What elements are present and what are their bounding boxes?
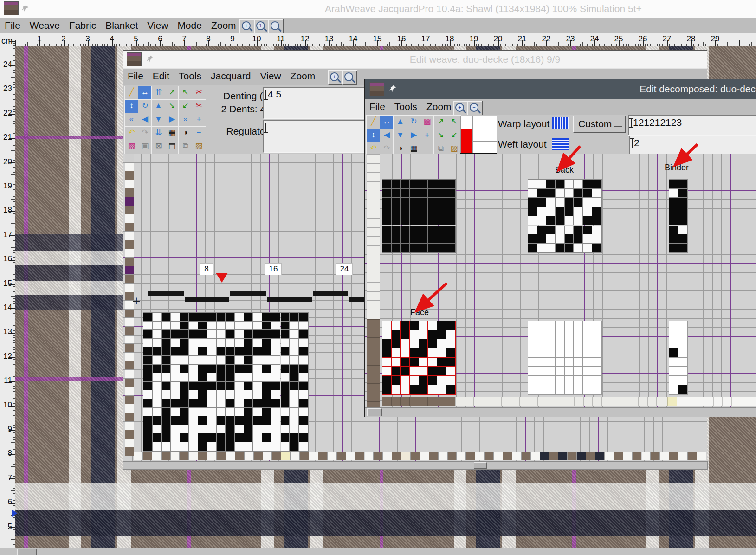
weave-cell[interactable] — [235, 382, 244, 391]
weave-cell[interactable] — [299, 365, 308, 374]
weave-cell[interactable] — [290, 373, 299, 382]
weave-horizontal-scrollbar[interactable] — [123, 461, 708, 470]
weave-cell[interactable] — [382, 358, 392, 367]
warp-color-cell[interactable] — [125, 422, 134, 431]
weave-cell[interactable] — [271, 382, 281, 391]
weave-cell[interactable] — [171, 408, 180, 417]
weave-cell[interactable] — [271, 390, 281, 399]
weave-cell[interactable] — [162, 425, 171, 434]
weave-cell[interactable] — [410, 180, 419, 189]
weave-cell[interactable] — [392, 216, 401, 226]
weave-cell[interactable] — [180, 382, 189, 391]
weave-cell[interactable] — [565, 198, 574, 207]
weave-cell[interactable] — [226, 425, 235, 434]
weave-cell[interactable] — [281, 416, 290, 425]
weave-cell[interactable] — [446, 348, 456, 358]
weave-cell[interactable] — [180, 365, 189, 374]
weave-cell[interactable] — [153, 322, 162, 330]
weave-cell[interactable] — [189, 347, 199, 356]
twill-down-left-icon[interactable]: ↙ — [178, 99, 193, 114]
weave-cell[interactable] — [281, 408, 290, 417]
weave-cell[interactable] — [262, 365, 271, 374]
weave-cell[interactable] — [537, 189, 547, 198]
weave-cell[interactable] — [565, 321, 574, 330]
weave-cell[interactable] — [253, 416, 262, 425]
weave-cell[interactable] — [382, 244, 392, 253]
weave-cell[interactable] — [583, 244, 592, 253]
weave-cell[interactable] — [446, 385, 456, 394]
weave-cell[interactable] — [253, 339, 262, 348]
weave-cell[interactable] — [271, 416, 281, 425]
weave-cell[interactable] — [437, 198, 446, 207]
weave-cell[interactable] — [207, 382, 217, 391]
zoom-one-button[interactable]: 1 — [254, 19, 269, 34]
weave-cell[interactable] — [528, 216, 537, 226]
arrow-down-icon[interactable]: ▼ — [393, 129, 407, 143]
weave-cell[interactable] — [271, 373, 281, 382]
weave-cell[interactable] — [198, 365, 207, 374]
weave-cell[interactable] — [153, 356, 162, 365]
weave-cell[interactable] — [574, 330, 583, 340]
weft-color-cell[interactable] — [448, 452, 457, 460]
weave-cell[interactable] — [401, 385, 410, 394]
weave-cell[interactable] — [217, 373, 226, 382]
weave-cell[interactable] — [669, 367, 678, 376]
weave-cell[interactable] — [271, 442, 281, 451]
warp-color-cell[interactable] — [125, 275, 134, 284]
weft-color-cell[interactable] — [466, 452, 475, 460]
weave-cell[interactable] — [382, 207, 392, 216]
weft-color-cell[interactable] — [651, 452, 660, 460]
weave-cell[interactable] — [217, 339, 226, 348]
weft-color-cell[interactable] — [429, 452, 439, 460]
arrow-up-icon[interactable]: ▲ — [393, 115, 407, 129]
weave-cell[interactable] — [189, 313, 199, 322]
weave-cell[interactable] — [419, 198, 428, 207]
weft-color-cell[interactable] — [143, 452, 152, 460]
weave-cell[interactable] — [583, 348, 592, 358]
weave-cell[interactable] — [253, 399, 262, 408]
weave-cell[interactable] — [153, 382, 162, 391]
weave-cell[interactable] — [410, 358, 419, 367]
weave-cell[interactable] — [235, 425, 244, 434]
weave-cell[interactable] — [382, 367, 392, 376]
weave-cell[interactable] — [428, 376, 438, 385]
weave-cell[interactable] — [171, 442, 180, 451]
weave-cell[interactable] — [207, 313, 217, 322]
weave-cell[interactable] — [574, 198, 583, 207]
weave-cell[interactable] — [537, 358, 547, 367]
weave-cell[interactable] — [678, 321, 688, 330]
weave-cell[interactable] — [290, 313, 299, 322]
weave-cell[interactable] — [171, 399, 180, 408]
weave-cell[interactable] — [180, 390, 189, 399]
weave-cell[interactable] — [271, 365, 281, 374]
warp-layout-dropdown[interactable]: Custom — [573, 116, 626, 133]
weave-cell[interactable] — [262, 339, 271, 348]
weave-cell[interactable] — [143, 347, 153, 356]
weave-cell[interactable] — [592, 189, 601, 198]
weave-cell[interactable] — [253, 390, 262, 399]
weave-cell[interactable] — [437, 234, 446, 244]
weave-cell[interactable] — [171, 416, 180, 425]
weave-cell[interactable] — [207, 408, 217, 417]
weave-cell[interactable] — [669, 385, 678, 394]
weave-cell[interactable] — [299, 339, 308, 348]
weave-cell[interactable] — [401, 198, 410, 207]
weft-color-cell[interactable] — [272, 452, 282, 460]
weave-cell[interactable] — [226, 356, 235, 365]
weave-cell[interactable] — [583, 234, 592, 244]
weave-cell[interactable] — [528, 376, 537, 385]
weft-color-cell[interactable] — [522, 452, 531, 460]
arrow-right-icon[interactable]: ▶ — [407, 129, 421, 143]
weft-color-cell[interactable] — [531, 452, 540, 460]
weave-cell[interactable] — [171, 433, 180, 442]
weave-cell[interactable] — [244, 433, 253, 442]
weave-cell[interactable] — [171, 373, 180, 382]
weave-cell[interactable] — [253, 425, 262, 434]
zoom-out-button[interactable]: − — [467, 101, 483, 116]
weave-cell[interactable] — [290, 408, 299, 417]
weave-cell[interactable] — [235, 416, 244, 425]
weave-cell[interactable] — [299, 399, 308, 408]
weave-cell[interactable] — [226, 408, 235, 417]
weave-cell[interactable] — [299, 390, 308, 399]
weave-cell[interactable] — [271, 313, 281, 322]
